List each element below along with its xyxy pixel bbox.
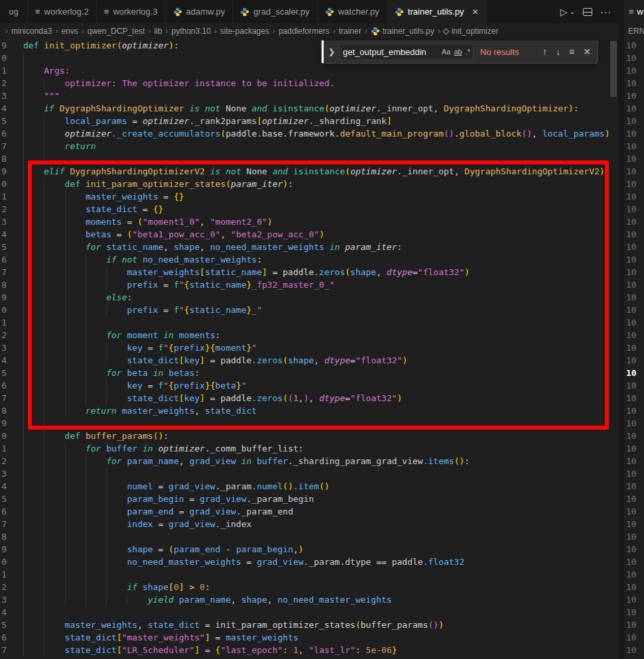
python-icon (395, 7, 404, 17)
line-number: 8 (0, 530, 7, 543)
search-input[interactable] (343, 47, 438, 57)
line-number: 2 (0, 455, 7, 467)
tab-trainer_utils.py[interactable]: trainer_utils.py✕ (387, 0, 487, 23)
code-text: state_dict[key] = paddle.zeros(shape, dt… (23, 354, 407, 367)
breadcrumb-item-envs[interactable]: envs (61, 27, 78, 36)
find-status: No results (480, 47, 519, 57)
symbol-method-icon (442, 28, 449, 34)
editor-actions: ▷ ⌄ ··· (560, 0, 617, 23)
line-number: 10 (626, 278, 644, 291)
line-number: 10 (626, 543, 644, 556)
code-text (23, 606, 65, 619)
code-editor[interactable]: 9def init_optimizer(optimizer):0 1 Args:… (0, 39, 618, 659)
close-icon[interactable]: ✕ (583, 46, 591, 57)
secondary-breadcrumb[interactable]: ERN (624, 23, 644, 39)
line-number: 10 (626, 644, 644, 656)
line-number: 5 (0, 619, 7, 631)
find-input-box: Aa ab .* (340, 44, 474, 60)
code-line: 4 (0, 606, 618, 619)
line-number: 10 (626, 152, 644, 165)
code-text: for beta in betas: (23, 367, 200, 379)
breadcrumb-label: python3.10 (171, 27, 210, 36)
code-line: 0 prefix = f"{static_name}_" (0, 304, 618, 316)
breadcrumb-item-site-packages[interactable]: site-packages (220, 27, 269, 36)
find-resize-sash[interactable] (322, 40, 324, 63)
next-match-icon[interactable]: ↓ (556, 46, 560, 57)
tab-label: grad_scaler.py (253, 7, 310, 17)
code-line: 7 state_dict["LR_Scheduler"] = {"last_ep… (0, 644, 618, 656)
breadcrumb-label: lib (154, 27, 162, 36)
code-text: else: (23, 291, 132, 304)
line-number: 10 (626, 241, 644, 253)
line-number: 10 (626, 505, 644, 518)
code-line: 9 (0, 417, 618, 430)
tab-watcher.py[interactable]: watcher.py (318, 0, 387, 23)
tab-workerlog.3[interactable]: ≡workerlog.3 (97, 0, 166, 23)
code-line: 4 if DygraphShardingOptimizer is not Non… (0, 102, 618, 115)
line-number: 9 (0, 165, 7, 178)
code-text: key = f"{prefix}{beta}" (23, 379, 247, 392)
line-number: 10 (626, 442, 644, 455)
code-line: 4 betas = ("beta1_pow_acc_0", "beta2_pow… (0, 228, 618, 241)
code-line: 0 def buffer_params(): (0, 430, 618, 442)
breadcrumb-item-trainer_utils.py[interactable]: trainer_utils.py (371, 27, 434, 36)
code-text: state_dict["LR_Scheduler"] = {"last_epoc… (23, 644, 397, 656)
breadcrumb-item-init_optimizer[interactable]: init_optimizer (444, 27, 499, 36)
editor-scrollbar[interactable] (610, 41, 617, 97)
run-button[interactable]: ▷ ⌄ (560, 7, 575, 17)
previous-match-icon[interactable]: ↑ (543, 46, 547, 57)
code-line: 1 Args: (0, 64, 618, 77)
breadcrumb-item-paddleformers[interactable]: paddleformers (279, 27, 330, 36)
code-line: 6 key = f"{prefix}{beta}" (0, 379, 618, 392)
breadcrumb-item-qwen_DCP_test[interactable]: qwen_DCP_test (88, 27, 145, 36)
code-text: shape = (param_end - param_begin,) (23, 543, 304, 556)
line-number: 5 (0, 367, 7, 379)
breadcrumb-item-miniconda3[interactable]: miniconda3 (11, 27, 52, 36)
line-number: 4 (0, 480, 7, 493)
code-line: 6 optimizer._create_accumulators(paddle.… (0, 127, 618, 140)
line-number: 10 (626, 64, 644, 77)
whole-word-icon[interactable]: ab (454, 48, 462, 56)
code-text (23, 467, 127, 480)
breadcrumb-item-trainer[interactable]: trainer (339, 27, 361, 36)
editor-group-divider[interactable] (618, 0, 624, 659)
code-text: def init_param_optimizer_states(param_it… (23, 178, 293, 190)
line-number: 10 (626, 392, 644, 404)
tab-label: w (637, 7, 643, 17)
breadcrumb-item-python3.10[interactable]: python3.10 (171, 27, 210, 36)
regex-icon[interactable]: .* (466, 48, 470, 56)
close-icon[interactable]: ✕ (472, 7, 478, 17)
more-actions-icon[interactable]: ··· (600, 7, 612, 17)
breadcrumb-separator: › (273, 27, 275, 36)
tab-grad_scaler.py[interactable]: grad_scaler.py (233, 0, 318, 23)
code-text: key = f"{prefix}{moment}" (23, 341, 257, 354)
line-number: 4 (0, 228, 7, 241)
code-text: master_weights[static_name] = paddle.zer… (23, 266, 470, 278)
split-editor-icon[interactable] (583, 8, 592, 16)
breadcrumb-label: miniconda3 (11, 27, 52, 36)
code-line: 3 (0, 467, 618, 480)
match-case-icon[interactable]: Aa (442, 48, 450, 56)
code-line: 5 param_begin = grad_view._param_begin (0, 493, 618, 505)
toggle-replace-chevron-icon[interactable]: ❯ (328, 47, 335, 56)
find-in-selection-icon[interactable]: ≡ (569, 46, 574, 57)
code-text: for static_name, shape, no_need_master_w… (23, 241, 402, 253)
tab-adamw.py[interactable]: adamw.py (166, 0, 233, 23)
code-line: 7 index = grad_view._index (0, 518, 618, 530)
line-number: 10 (626, 430, 644, 442)
line-number: 1 (0, 442, 7, 455)
breadcrumb-item-lib[interactable]: lib (154, 27, 162, 36)
line-number: 10 (626, 404, 644, 417)
code-line: 5 for beta in betas: (0, 367, 618, 379)
line-number: 7 (0, 392, 7, 404)
tab-partial[interactable]: og (0, 0, 28, 23)
log-file-icon: ≡ (629, 7, 634, 16)
tab-workerlog.2[interactable]: ≡workerlog.2 (28, 0, 97, 23)
code-text: Args: (23, 64, 70, 77)
line-number: 10 (626, 467, 644, 480)
line-number: 10 (626, 39, 644, 52)
breadcrumb-separator: › (55, 27, 58, 36)
code-line: 8 (0, 152, 618, 165)
tab-label: workerlog.2 (44, 7, 89, 17)
tab-secondary[interactable]: ≡ w (624, 0, 644, 23)
